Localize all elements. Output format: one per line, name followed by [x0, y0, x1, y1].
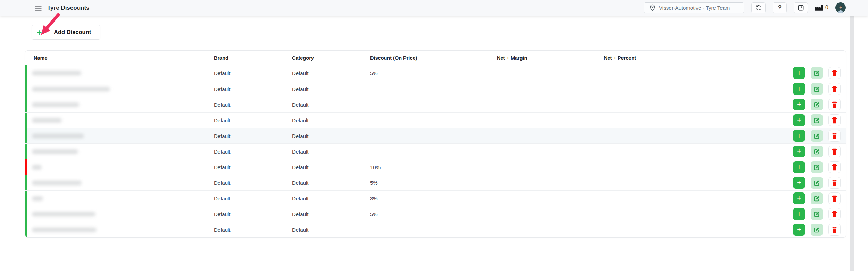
table-body: DefaultDefault5%+DefaultDefault+DefaultD…	[25, 65, 846, 237]
table-header-row: Name Brand Category Discount (On Price) …	[25, 51, 846, 65]
row-delete-button[interactable]	[828, 177, 841, 189]
table-row[interactable]: DefaultDefault5%+	[25, 206, 846, 222]
redacted-name-value	[32, 134, 84, 138]
edit-icon	[813, 211, 820, 217]
page-title: Tyre Discounts	[47, 0, 90, 16]
row-delete-button[interactable]	[828, 67, 841, 79]
row-delete-button[interactable]	[828, 83, 841, 95]
table-row[interactable]: DefaultDefault5%+	[25, 65, 846, 81]
row-add-button[interactable]: +	[793, 130, 805, 142]
row-add-button[interactable]: +	[793, 224, 805, 236]
table-row[interactable]: DefaultDefault+	[25, 222, 846, 237]
row-add-button[interactable]: +	[793, 177, 805, 189]
category-cell: Default	[292, 113, 309, 128]
plus-icon: +	[797, 195, 801, 202]
redacted-name-value	[32, 228, 97, 232]
question-mark-icon: ?	[778, 4, 781, 11]
brand-cell: Default	[214, 128, 231, 144]
row-actions: +	[793, 208, 841, 220]
kanban-board-icon	[798, 5, 804, 11]
column-header-name: Name	[34, 51, 48, 65]
trash-icon	[832, 180, 837, 186]
trash-icon	[832, 133, 837, 139]
add-discount-button[interactable]: + Add Discount	[32, 25, 100, 40]
redacted-name-value	[32, 212, 95, 216]
plus-icon: +	[797, 132, 801, 140]
row-add-button[interactable]: +	[793, 208, 805, 220]
row-edit-button[interactable]	[811, 83, 823, 95]
row-delete-button[interactable]	[828, 161, 841, 173]
row-add-button[interactable]: +	[793, 83, 805, 95]
category-cell: Default	[292, 191, 309, 206]
hamburger-menu-icon[interactable]	[33, 3, 43, 13]
row-delete-button[interactable]	[828, 114, 841, 126]
row-add-button[interactable]: +	[793, 146, 805, 157]
refresh-button[interactable]	[751, 2, 766, 13]
row-edit-button[interactable]	[811, 208, 823, 220]
discount-cell: 5%	[370, 65, 378, 81]
table-row[interactable]: DefaultDefault+	[25, 128, 846, 143]
row-delete-button[interactable]	[828, 130, 841, 142]
brand-cell: Default	[214, 206, 231, 222]
row-actions: +	[793, 192, 841, 204]
plus-icon: +	[797, 85, 801, 93]
row-edit-button[interactable]	[811, 99, 823, 110]
table-row[interactable]: DefaultDefault+	[25, 97, 846, 112]
user-avatar[interactable]	[835, 2, 846, 13]
row-delete-button[interactable]	[828, 192, 841, 204]
row-add-button[interactable]: +	[793, 114, 805, 126]
row-edit-button[interactable]	[811, 130, 823, 142]
plus-icon: +	[797, 210, 801, 218]
row-edit-button[interactable]	[811, 161, 823, 173]
brand-cell: Default	[214, 175, 231, 191]
table-row[interactable]: DefaultDefault5%+	[25, 175, 846, 190]
row-delete-button[interactable]	[828, 146, 841, 157]
brand-cell: Default	[214, 113, 231, 128]
factory-count-value: 0	[825, 5, 828, 11]
redacted-name-value	[32, 71, 81, 75]
vertical-scrollbar[interactable]	[850, 16, 854, 271]
edit-icon	[813, 148, 820, 155]
redacted-name-value	[32, 196, 43, 201]
row-delete-button[interactable]	[828, 208, 841, 220]
row-actions: +	[793, 146, 841, 157]
row-edit-button[interactable]	[811, 114, 823, 126]
table-row[interactable]: DefaultDefault3%+	[25, 190, 846, 206]
topbar: Tyre Discounts Visser-Automotive - Tyre …	[0, 0, 868, 16]
row-edit-button[interactable]	[811, 192, 823, 204]
trash-icon	[832, 70, 837, 76]
factory-counter[interactable]: 0	[815, 4, 828, 11]
row-edit-button[interactable]	[811, 224, 823, 236]
row-actions: +	[793, 83, 841, 95]
row-edit-button[interactable]	[811, 177, 823, 189]
plus-icon: +	[797, 163, 801, 171]
help-button[interactable]: ?	[773, 2, 787, 13]
row-add-button[interactable]: +	[793, 99, 805, 110]
plus-icon: +	[32, 25, 47, 39]
board-view-button[interactable]	[794, 2, 808, 13]
row-actions: +	[793, 224, 841, 236]
redacted-name-value	[32, 165, 42, 170]
redacted-name-value	[32, 87, 110, 91]
row-add-button[interactable]: +	[793, 192, 805, 204]
team-selector-button[interactable]: Visser-Automotive - Tyre Team	[644, 2, 744, 13]
table-row[interactable]: DefaultDefault10%+	[25, 159, 846, 175]
row-edit-button[interactable]	[811, 67, 823, 79]
row-add-button[interactable]: +	[793, 67, 805, 79]
category-cell: Default	[292, 159, 309, 175]
row-delete-button[interactable]	[828, 99, 841, 110]
table-row[interactable]: DefaultDefault+	[25, 81, 846, 97]
brand-cell: Default	[214, 97, 231, 113]
edit-icon	[813, 180, 820, 186]
row-edit-button[interactable]	[811, 146, 823, 157]
row-status-accent	[25, 81, 27, 97]
table-row[interactable]: DefaultDefault+	[25, 143, 846, 159]
column-header-net-percent: Net + Percent	[604, 51, 636, 65]
discount-cell: 3%	[370, 191, 378, 206]
location-pin-icon	[650, 4, 656, 11]
edit-icon	[813, 133, 820, 139]
row-delete-button[interactable]	[828, 224, 841, 236]
row-add-button[interactable]: +	[793, 161, 805, 173]
row-status-accent	[25, 144, 27, 159]
table-row[interactable]: DefaultDefault+	[25, 112, 846, 128]
